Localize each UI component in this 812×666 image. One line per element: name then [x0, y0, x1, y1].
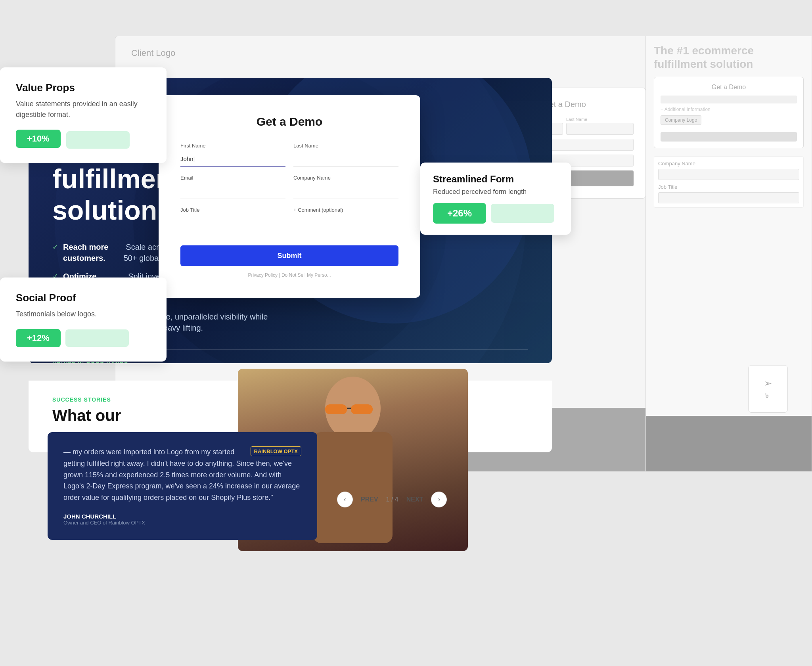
wireframe-nav-icon: ➢🖱 [764, 378, 772, 400]
first-name-label: First Name [180, 143, 285, 149]
streamlined-form-desc: Reduced perceived form length [433, 188, 558, 196]
testimonial-role: Owner and CEO of Rainblow OPTX [63, 520, 301, 526]
wf2-company-region: Company Name Job Title [654, 156, 804, 208]
value-props-badge: +10% [16, 130, 61, 148]
streamlined-form-badge: +26% [433, 203, 486, 224]
wf2-form-title: Get a Demo [661, 84, 797, 91]
prev-button[interactable]: ‹ [337, 492, 353, 507]
testimonial-card: RAINBLOW OPTX — my orders were imported … [48, 432, 317, 540]
next-button[interactable]: › [431, 492, 447, 507]
testimonial-author: JOHN CHURCHILL [63, 513, 301, 520]
company-name-input[interactable] [293, 183, 398, 199]
prev-label[interactable]: PREV [361, 496, 378, 503]
svg-rect-2 [325, 404, 347, 414]
company-name-label: Company Name [293, 175, 398, 181]
wireframe-card-2: The #1 ecommercefulfillment solution Get… [645, 36, 812, 472]
demo-form-card: Get a Demo First Name Last Name Email Co… [159, 95, 420, 298]
wf2-input-1 [661, 96, 797, 103]
last-name-group: Last Name [293, 143, 398, 167]
social-proof-badge: +12% [16, 329, 61, 347]
social-proof-title: Social Proof [16, 292, 151, 304]
email-group: Email [180, 175, 285, 199]
job-title-input[interactable] [180, 215, 285, 231]
nav-count: 1 / 4 [386, 496, 398, 503]
job-title-label: Job Title [180, 207, 285, 213]
form-row-email-company: Email Company Name [180, 175, 398, 199]
wf2-form-area: Get a Demo + Additional Information Comp… [654, 77, 804, 148]
first-name-input[interactable] [180, 151, 285, 167]
job-title-group: Job Title [180, 207, 285, 231]
wireframe-client-logo: Client Logo [115, 36, 662, 70]
streamlined-form-card: Streamlined Form Reduced perceived form … [420, 163, 571, 235]
company-name-group: Company Name [293, 175, 398, 199]
svg-rect-1 [313, 432, 393, 543]
comment-label: + Comment (optional) [293, 207, 398, 213]
email-label: Email [180, 175, 285, 181]
social-proof-desc: Testimonials below logos. [16, 309, 151, 320]
next-label[interactable]: NEXT [406, 496, 423, 503]
social-proof-badge-bg [65, 329, 129, 347]
value-props-title: Value Props [16, 82, 151, 94]
comment-input[interactable] [293, 215, 398, 231]
streamlined-form-title: Streamlined Form [433, 174, 558, 185]
demo-form-title: Get a Demo [180, 115, 398, 128]
streamlined-form-badge-bg [491, 204, 554, 223]
social-proof-card: Social Proof Testimonials below logos. +… [0, 278, 167, 362]
wf2-company-name-label: Company Name [658, 161, 799, 166]
wf2-submit [661, 132, 797, 142]
wf2-bottom-bar [646, 416, 812, 471]
wf-last-name-input [566, 123, 634, 135]
last-name-label: Last Name [293, 143, 398, 149]
first-name-group: First Name [180, 143, 285, 167]
wf2-hero-text: The #1 ecommercefulfillment solution [654, 44, 804, 71]
wf2-company-input [658, 169, 799, 180]
email-input[interactable] [180, 183, 285, 199]
comment-group: + Comment (optional) [293, 207, 398, 231]
form-row-job-comment: Job Title + Comment (optional) [180, 207, 398, 231]
value-props-badge-bg [66, 131, 130, 149]
wf2-job-title-label: Job Title [658, 184, 799, 190]
value-props-card: Value Props Value statements provided in… [0, 67, 167, 163]
wf2-info-row: + Additional Information [661, 107, 797, 112]
page-wrapper: Client Logo The #1 ecommerce fulfillment… [0, 0, 812, 666]
wireframe-nav-area: ➢🖱 [748, 365, 788, 413]
wf2-company-badge: Company Logo [661, 115, 701, 125]
last-name-input[interactable] [293, 151, 398, 167]
submit-button[interactable]: Submit [180, 245, 398, 266]
nav-arrows-section: ‹ PREV 1 / 4 NEXT › [337, 492, 447, 507]
form-footer: Privacy Policy | Do Not Sell My Perso... [180, 272, 398, 278]
wf-last-name-label: Last Name [566, 117, 634, 122]
testimonial-logo: RAINBLOW OPTX [251, 446, 302, 456]
wf2-job-title-input [658, 192, 799, 203]
form-row-name: First Name Last Name [180, 143, 398, 167]
value-props-desc: Value statements provided in an easily d… [16, 99, 151, 120]
svg-rect-3 [351, 404, 373, 414]
